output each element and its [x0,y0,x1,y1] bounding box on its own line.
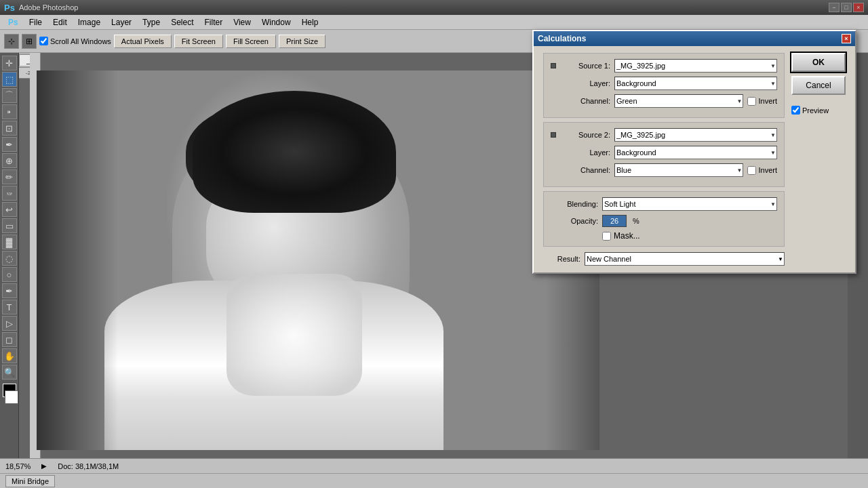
preview-checkbox[interactable] [791,106,800,115]
scroll-all-windows-checkbox[interactable]: Scroll All Windows [39,37,111,45]
source1-indicator [551,63,556,68]
mask-checkbox[interactable] [602,232,611,241]
doc-size: Doc: 38,1M/38,1M [58,462,119,470]
blending-label: Blending: [551,200,598,208]
invert1-checkbox[interactable] [747,97,756,106]
opacity-pct-label: % [633,217,639,225]
selection-tool[interactable]: ⬚ [2,72,17,87]
blending-select[interactable]: Soft Light Normal Multiply Screen Overla… [602,197,777,211]
app-title: Adobe Photoshop [19,3,78,12]
channel2-select[interactable]: Blue Red Green Gray [614,163,743,177]
cancel-button[interactable]: Cancel [791,76,846,95]
menu-edit[interactable]: Edit [47,16,73,28]
fill-screen-button[interactable]: Fill Screen [226,35,276,48]
menu-help[interactable]: Help [296,16,324,28]
menu-layer[interactable]: Layer [106,16,137,28]
actual-pixels-button[interactable]: Actual Pixels [114,35,172,48]
dialog-buttons: OK Cancel Preview [791,53,846,266]
menu-type[interactable]: Type [137,16,165,28]
opacity-input[interactable] [602,215,627,227]
result-select[interactable]: New Channel Selection New Document [585,252,785,266]
menu-image[interactable]: Image [73,16,106,28]
eraser-tool[interactable]: ▭ [2,218,17,233]
menu-ps[interactable]: Ps [3,16,24,28]
mini-bridge-tab[interactable]: Mini Bridge [5,475,55,487]
zoom-tool[interactable]: 🔍 [2,365,17,380]
blending-section: Blending: Soft Light Normal Multiply Scr… [543,191,785,247]
eyedropper-tool[interactable]: ✒ [2,137,17,152]
result-wrapper: New Channel Selection New Document ▼ [585,252,785,266]
result-row: Result: New Channel Selection New Docume… [543,252,785,266]
channel1-wrapper: Green Red Blue Gray [614,94,743,108]
menu-select[interactable]: Select [165,16,199,28]
channel2-label: Channel: [563,166,610,174]
title-bar-left: Ps Adobe Photoshop [4,3,78,13]
menu-view[interactable]: View [228,16,256,28]
tool-mode-icon[interactable]: ⊞ [22,34,37,49]
healing-tool[interactable]: ⊕ [2,153,17,168]
dialog-title: Calculations [538,34,586,43]
blending-row: Blending: Soft Light Normal Multiply Scr… [551,197,777,211]
print-size-button[interactable]: Print Size [279,35,326,48]
tools-panel: ✛ ⬚ ⌒ ⁍ ⊡ ✒ ⊕ ✏ ⎃ ↩ ▭ ▓ ◌ ○ ✒ T ▷ ◻ ✋ 🔍 [0,53,19,458]
source1-file-wrapper: _MG_3925.jpg [614,59,777,73]
brush-tool[interactable]: ✏ [2,169,17,184]
invert2-checkbox-label[interactable]: Invert [747,166,777,175]
opacity-row: Opacity: % [551,215,777,227]
channel2-row: Channel: Blue Red Green Gray Invert [551,163,777,177]
layer1-select[interactable]: Background [614,77,777,90]
magic-wand-tool[interactable]: ⁍ [2,104,17,119]
layer2-wrapper: Background [614,146,777,159]
stamp-tool[interactable]: ⎃ [2,186,17,201]
preview-area: Preview [791,106,846,115]
layer2-row: Layer: Background [551,146,777,159]
menu-bar: Ps File Edit Image Layer Type Select Fil… [0,15,868,30]
gradient-tool[interactable]: ▓ [2,235,17,249]
title-bar: Ps Adobe Photoshop − □ × [0,0,868,15]
source2-row: Source 2: _MG_3925.jpg [551,128,777,142]
app-close-button[interactable]: × [853,3,864,12]
layer1-row: Layer: Background [551,77,777,90]
source2-file-select[interactable]: _MG_3925.jpg [614,128,777,142]
bottom-panel: Mini Bridge [0,473,868,488]
layer1-wrapper: Background [614,77,777,90]
channel1-select[interactable]: Green Red Blue Gray [614,94,743,108]
ok-button[interactable]: OK [791,53,846,72]
calculations-dialog[interactable]: Calculations × Source 1: _MG_3925.jpg [532,30,856,274]
blur-tool[interactable]: ◌ [2,251,17,266]
source2-section: Source 2: _MG_3925.jpg Layer: Backgro [543,122,785,187]
background-color-swatch[interactable] [5,390,18,404]
source1-file-select[interactable]: _MG_3925.jpg [614,59,777,73]
dodge-tool[interactable]: ○ [2,267,17,282]
source2-label: Source 2: [563,131,610,139]
maximize-button[interactable]: □ [841,3,852,12]
pen-tool[interactable]: ✒ [2,283,17,298]
crop-tool[interactable]: ⊡ [2,121,17,136]
invert1-checkbox-label[interactable]: Invert [747,97,777,106]
blending-wrapper: Soft Light Normal Multiply Screen Overla… [602,197,777,211]
invert2-checkbox[interactable] [747,166,756,175]
shape-tool[interactable]: ◻ [2,332,17,347]
minimize-button[interactable]: − [829,3,840,12]
lasso-tool[interactable]: ⌒ [2,88,17,103]
zoom-level: 18,57% [5,462,31,470]
canvas-image [37,70,599,450]
layer1-label: Layer: [563,79,610,87]
menu-file[interactable]: File [24,16,47,28]
tool-options-icon[interactable]: ⊹ [4,34,19,49]
history-brush-tool[interactable]: ↩ [2,202,17,217]
menu-window[interactable]: Window [256,16,296,28]
mask-row: Mask... [602,231,777,241]
dialog-main: Source 1: _MG_3925.jpg Layer: Backgro [543,53,785,266]
preview-checkbox-label[interactable]: Preview [791,106,846,115]
hand-tool[interactable]: ✋ [2,348,17,363]
type-tool[interactable]: T [2,300,17,314]
move-tool[interactable]: ✛ [2,56,17,70]
dialog-close-button[interactable]: × [842,34,851,43]
channel1-label: Channel: [563,97,610,105]
source2-indicator [551,132,556,138]
layer2-select[interactable]: Background [614,146,777,159]
menu-filter[interactable]: Filter [199,16,228,28]
fit-screen-button[interactable]: Fit Screen [174,35,223,48]
path-tool[interactable]: ▷ [2,316,17,331]
